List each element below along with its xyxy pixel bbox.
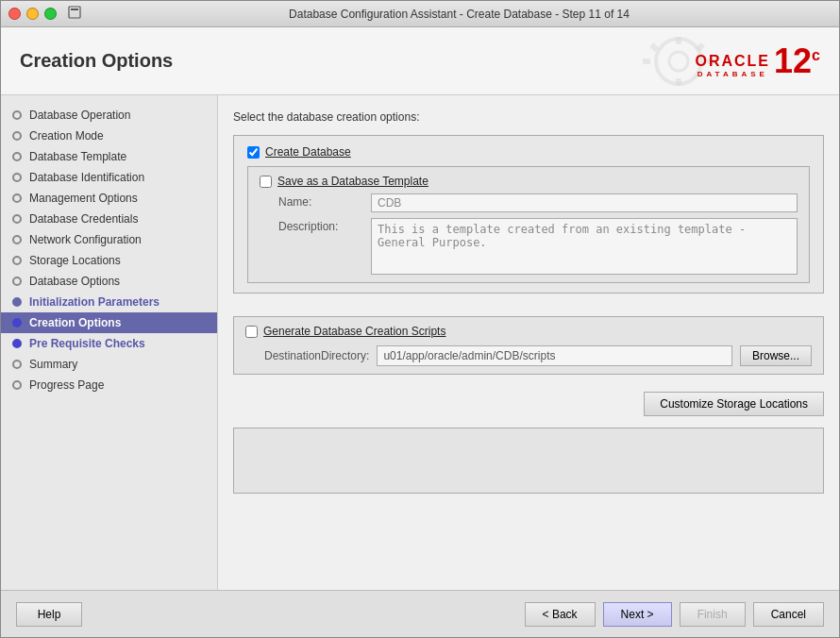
sidebar-label: Progress Page xyxy=(29,378,104,392)
browse-button[interactable]: Browse... xyxy=(740,345,812,366)
oracle-logo: ORACLE DATABASE 12c xyxy=(695,44,820,78)
sidebar-label: Initialization Parameters xyxy=(29,295,160,309)
generate-scripts-checkbox[interactable] xyxy=(245,326,258,338)
sidebar-item-database-template[interactable]: Database Template xyxy=(1,146,217,167)
footer: Help < Back Next > Finish Cancel xyxy=(1,590,839,637)
sidebar-label: Database Options xyxy=(29,275,120,288)
name-input[interactable] xyxy=(371,193,798,212)
back-button[interactable]: < Back xyxy=(525,602,596,627)
generate-scripts-row: Generate Database Creation Scripts xyxy=(245,325,812,338)
template-form: Name: Description: This is a template cr… xyxy=(278,193,798,275)
oracle-brand-text: ORACLE xyxy=(695,53,770,70)
save-template-row: Save as a Database Template xyxy=(260,175,798,188)
destination-input[interactable] xyxy=(377,345,732,366)
main-window: Database Configuration Assistant - Creat… xyxy=(0,0,840,638)
sidebar-label: Creation Mode xyxy=(29,129,104,143)
next-button[interactable]: Next > xyxy=(603,602,672,627)
sidebar-dot xyxy=(12,297,22,307)
destination-row: DestinationDirectory: Browse... xyxy=(264,345,812,366)
svg-rect-6 xyxy=(643,59,650,64)
window-controls xyxy=(8,8,57,20)
sidebar-dot xyxy=(12,214,22,224)
sidebar-item-pre-requisite-checks[interactable]: Pre Requisite Checks xyxy=(1,333,217,354)
sidebar-label: Pre Requisite Checks xyxy=(29,337,145,350)
sidebar-label: Database Operation xyxy=(29,109,130,122)
sidebar-label: Management Options xyxy=(29,192,138,205)
cancel-button[interactable]: Cancel xyxy=(753,602,824,627)
generate-scripts-section: Generate Database Creation Scripts Desti… xyxy=(233,316,824,375)
sidebar: Database Operation Creation Mode Databas… xyxy=(1,95,218,590)
oracle-database-text: DATABASE xyxy=(697,70,768,78)
sidebar-item-management-options[interactable]: Management Options xyxy=(1,188,217,209)
sidebar-dot xyxy=(12,193,22,203)
sidebar-label: Creation Options xyxy=(29,316,121,329)
sidebar-label: Summary xyxy=(29,358,77,371)
save-template-section: Save as a Database Template Name: Descri… xyxy=(247,166,810,283)
sidebar-dot xyxy=(12,173,22,182)
page-title: Creation Options xyxy=(20,50,173,72)
sidebar-dot xyxy=(12,339,22,348)
title-bar-icon xyxy=(68,6,81,22)
help-button[interactable]: Help xyxy=(16,602,82,627)
name-label: Name: xyxy=(278,193,363,209)
destination-label: DestinationDirectory: xyxy=(264,349,369,362)
right-panel: Select the database creation options: Cr… xyxy=(218,95,839,590)
generate-scripts-label[interactable]: Generate Database Creation Scripts xyxy=(263,325,445,338)
sidebar-dot xyxy=(12,277,22,286)
title-bar: Database Configuration Assistant - Creat… xyxy=(1,1,839,27)
sidebar-dot xyxy=(12,360,22,369)
save-template-label[interactable]: Save as a Database Template xyxy=(277,175,428,188)
description-textarea[interactable]: This is a template created from an exist… xyxy=(371,218,798,275)
sidebar-label: Database Identification xyxy=(29,171,144,184)
svg-rect-0 xyxy=(69,7,80,18)
svg-rect-5 xyxy=(676,78,681,86)
sidebar-item-initialization-parameters[interactable]: Initialization Parameters xyxy=(1,292,217,312)
creation-options-box: Create Database Save as a Database Templ… xyxy=(233,135,824,294)
save-template-checkbox[interactable] xyxy=(260,176,272,188)
finish-button[interactable]: Finish xyxy=(680,602,746,627)
sidebar-item-progress-page[interactable]: Progress Page xyxy=(1,375,217,395)
header: Creation Options ORACLE DATABASE xyxy=(1,27,839,95)
svg-rect-4 xyxy=(676,37,681,44)
sidebar-item-summary[interactable]: Summary xyxy=(1,354,217,375)
description-label: Description: xyxy=(278,218,363,233)
sidebar-dot xyxy=(12,380,22,390)
sidebar-dot xyxy=(12,235,22,244)
sidebar-item-database-credentials[interactable]: Database Credentials xyxy=(1,209,217,229)
customize-storage-button[interactable]: Customize Storage Locations xyxy=(644,392,824,416)
sidebar-dot xyxy=(12,318,22,327)
bottom-info-area xyxy=(233,428,824,494)
sidebar-item-database-operation[interactable]: Database Operation xyxy=(1,105,217,126)
sidebar-label: Database Credentials xyxy=(29,212,138,226)
maximize-button[interactable] xyxy=(44,8,57,20)
sidebar-dot xyxy=(12,152,22,161)
sidebar-item-database-identification[interactable]: Database Identification xyxy=(1,167,217,188)
sidebar-label: Database Template xyxy=(29,150,126,163)
sidebar-dot xyxy=(12,256,22,265)
sidebar-item-storage-locations[interactable]: Storage Locations xyxy=(1,250,217,271)
create-database-row: Create Database xyxy=(247,145,810,159)
sidebar-label: Network Configuration xyxy=(29,233,142,246)
svg-point-3 xyxy=(669,52,688,71)
customize-storage-row: Customize Storage Locations xyxy=(233,382,824,416)
sidebar-dot xyxy=(12,131,22,141)
section-instruction: Select the database creation options: xyxy=(233,110,824,124)
create-database-checkbox[interactable] xyxy=(247,146,260,159)
sidebar-item-database-options[interactable]: Database Options xyxy=(1,271,217,292)
sidebar-item-creation-options[interactable]: Creation Options xyxy=(1,312,217,333)
create-database-label[interactable]: Create Database xyxy=(265,145,351,159)
sidebar-dot xyxy=(12,110,22,120)
main-content: Database Operation Creation Mode Databas… xyxy=(1,95,839,590)
svg-rect-1 xyxy=(71,8,78,10)
sidebar-item-creation-mode[interactable]: Creation Mode xyxy=(1,126,217,146)
window-title: Database Configuration Assistant - Creat… xyxy=(87,8,832,21)
sidebar-item-network-configuration[interactable]: Network Configuration xyxy=(1,229,217,250)
close-button[interactable] xyxy=(8,8,21,20)
oracle-version-text: 12c xyxy=(774,44,820,78)
minimize-button[interactable] xyxy=(26,8,39,20)
sidebar-label: Storage Locations xyxy=(29,254,121,267)
